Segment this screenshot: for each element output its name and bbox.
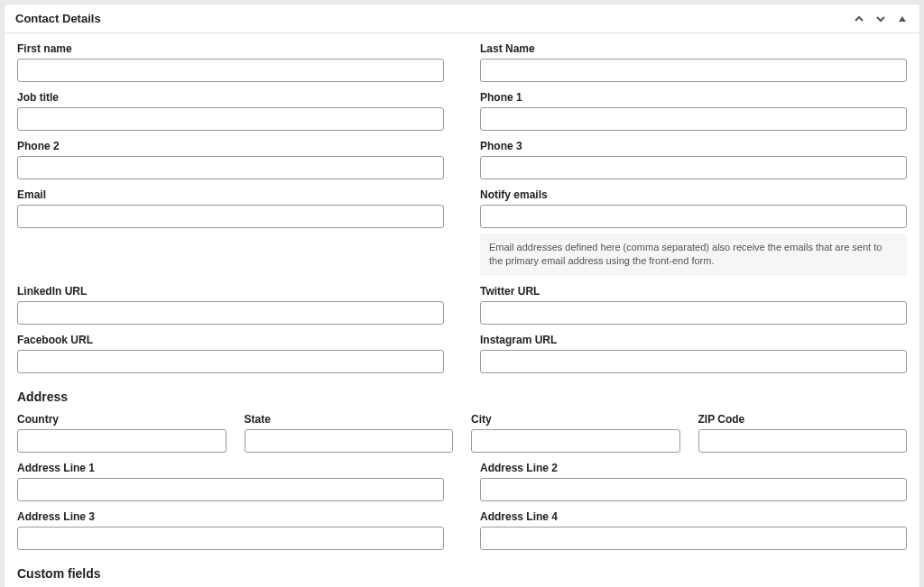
address-line2-label: Address Line 2 bbox=[480, 462, 907, 474]
email-label: Email bbox=[17, 188, 444, 201]
last-name-label: Last Name bbox=[480, 42, 907, 55]
phone2-label: Phone 2 bbox=[17, 140, 444, 152]
email-input[interactable] bbox=[17, 205, 444, 228]
state-label: State bbox=[245, 413, 454, 426]
address-line3-input[interactable] bbox=[17, 527, 444, 550]
first-name-input[interactable] bbox=[17, 59, 444, 82]
address-line2-input[interactable] bbox=[480, 478, 907, 501]
country-label: Country bbox=[17, 413, 226, 426]
panel-header: Contact Details bbox=[5, 5, 919, 33]
panel-title: Contact Details bbox=[15, 12, 101, 25]
last-name-input[interactable] bbox=[480, 59, 907, 82]
address-heading: Address bbox=[17, 390, 907, 404]
notify-emails-label: Notify emails bbox=[480, 188, 907, 201]
move-up-icon[interactable] bbox=[853, 13, 865, 25]
custom-fields-heading: Custom fields bbox=[17, 566, 907, 581]
notify-emails-help: Email addresses defined here (comma sepa… bbox=[480, 234, 907, 276]
panel-body: First name Last Name Job title Phone 1 P… bbox=[5, 33, 919, 587]
address-line4-label: Address Line 4 bbox=[480, 510, 907, 523]
phone1-label: Phone 1 bbox=[480, 91, 907, 104]
address-line3-label: Address Line 3 bbox=[17, 510, 444, 523]
facebook-label: Facebook URL bbox=[17, 334, 444, 346]
collapse-toggle-icon[interactable] bbox=[896, 13, 909, 25]
contact-details-panel: Contact Details First name Last Name bbox=[4, 4, 920, 587]
linkedin-input[interactable] bbox=[17, 301, 444, 325]
phone2-input[interactable] bbox=[17, 156, 444, 179]
zip-label: ZIP Code bbox=[698, 413, 908, 426]
country-input[interactable] bbox=[17, 429, 226, 453]
address-line1-input[interactable] bbox=[17, 478, 444, 501]
job-title-label: Job title bbox=[17, 91, 444, 104]
city-input[interactable] bbox=[471, 429, 680, 453]
linkedin-label: LinkedIn URL bbox=[17, 285, 444, 298]
move-down-icon[interactable] bbox=[874, 13, 887, 25]
instagram-input[interactable] bbox=[480, 350, 907, 373]
zip-input[interactable] bbox=[698, 429, 908, 453]
address-line4-input[interactable] bbox=[480, 527, 907, 550]
phone1-input[interactable] bbox=[480, 107, 907, 131]
twitter-label: Twitter URL bbox=[480, 285, 907, 298]
panel-controls bbox=[853, 13, 909, 25]
phone3-input[interactable] bbox=[480, 156, 907, 179]
svg-marker-0 bbox=[899, 16, 906, 22]
twitter-input[interactable] bbox=[480, 301, 907, 325]
city-label: City bbox=[471, 413, 680, 426]
address-line1-label: Address Line 1 bbox=[17, 462, 444, 474]
facebook-input[interactable] bbox=[17, 350, 444, 373]
instagram-label: Instagram URL bbox=[480, 334, 907, 346]
phone3-label: Phone 3 bbox=[480, 140, 907, 152]
job-title-input[interactable] bbox=[17, 107, 444, 131]
notify-emails-input[interactable] bbox=[480, 205, 907, 228]
state-input[interactable] bbox=[245, 429, 454, 453]
first-name-label: First name bbox=[17, 42, 444, 55]
